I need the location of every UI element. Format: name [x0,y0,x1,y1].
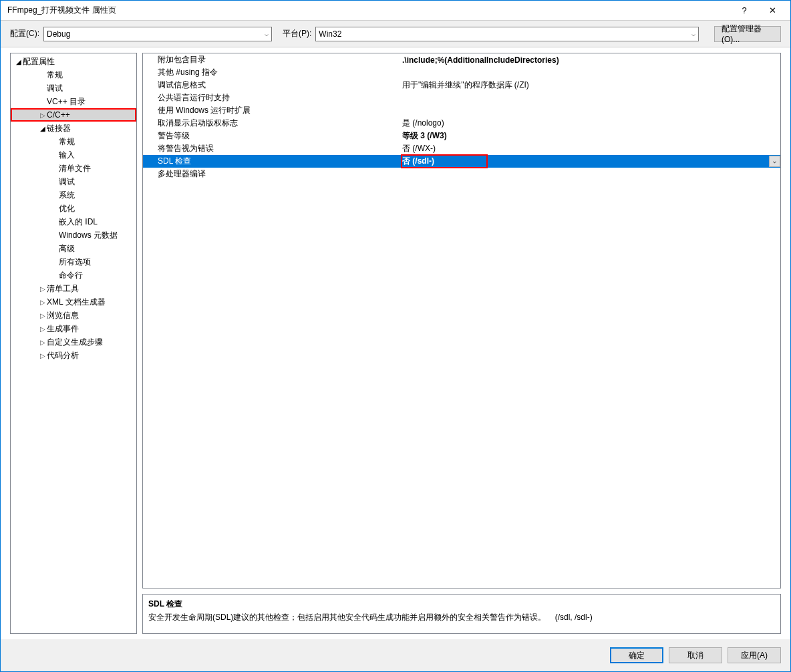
expand-icon: ▷ [39,325,47,333]
tree-item[interactable]: 命令行 [11,269,136,282]
property-name: SDL 检查 [143,156,401,167]
property-name: 使用 Windows 运行时扩展 [143,105,401,116]
property-name: 取消显示启动版权标志 [143,118,401,129]
tree-item[interactable]: 系统 [11,188,136,202]
property-row[interactable]: 公共语言运行时支持 [143,92,780,104]
close-button[interactable]: ✕ [758,1,786,20]
tree-item[interactable]: 调试 [11,175,136,188]
tree-item-label: 链接器 [47,123,71,134]
property-row[interactable]: 调试信息格式用于"编辑并继续"的程序数据库 (/ZI) [143,79,780,92]
tree-item[interactable]: 调试 [11,81,136,95]
tree-item[interactable]: ▷浏览信息 [11,309,136,322]
property-value[interactable]: .\include;%(AdditionalIncludeDirectories… [401,53,780,66]
config-label: 配置(C): [10,28,39,39]
description-title: SDL 检查 [148,599,775,610]
tree-item[interactable]: ▷清单工具 [11,282,136,295]
property-name: 调试信息格式 [143,79,401,91]
tree-item-label: 常规 [47,69,63,81]
tree-item[interactable]: Windows 元数据 [11,228,136,242]
tree-item-label: 常规 [59,136,75,148]
property-value[interactable]: 等级 3 (/W3) [401,130,780,142]
property-row[interactable]: 其他 #using 指令 [143,66,780,79]
property-value[interactable]: 是 (/nologo) [401,117,780,130]
body: ◢配置属性常规调试VC++ 目录▷C/C++◢链接器常规输入清单文件调试系统优化… [1,47,790,639]
tree-item[interactable]: ◢链接器 [11,122,136,135]
property-row[interactable]: SDL 检查否 (/sdl-)⌵ [143,155,780,168]
property-pages-window: FFmpeg_打开视频文件 属性页 ? ✕ 配置(C): Debug ⌵ 平台(… [0,0,791,672]
description-text: 安全开发生命周期(SDL)建议的其他检查；包括启用其他安全代码生成功能并启用额外… [148,612,775,623]
expand-icon: ▷ [39,112,47,119]
tree-item[interactable]: 常规 [11,135,136,148]
chevron-down-icon: ⌵ [773,158,776,164]
property-row[interactable]: 使用 Windows 运行时扩展 [143,104,780,117]
property-value[interactable] [401,66,780,79]
property-row[interactable]: 警告等级等级 3 (/W3) [143,130,780,142]
right-column: 附加包含目录.\include;%(AdditionalIncludeDirec… [142,53,781,634]
expand-icon: ◢ [39,125,47,132]
tree-item[interactable]: ▷XML 文档生成器 [11,295,136,309]
tree-item[interactable]: ▷C/C++ [11,108,136,122]
tree-item[interactable]: 嵌入的 IDL [11,215,136,228]
tree-item-label: 命令行 [59,270,83,281]
property-name: 其他 #using 指令 [143,67,401,78]
tree-item[interactable]: 高级 [11,242,136,255]
property-name: 将警告视为错误 [143,143,401,154]
tree-item[interactable]: 所有选项 [11,255,136,269]
tree-item-label: 嵌入的 IDL [59,216,98,228]
property-row[interactable]: 附加包含目录.\include;%(AdditionalIncludeDirec… [143,53,780,66]
toolbar: 配置(C): Debug ⌵ 平台(P): Win32 ⌵ 配置管理器(O)..… [1,21,790,47]
tree-item-label: 调试 [59,176,75,188]
ok-button[interactable]: 确定 [610,647,663,663]
platform-value: Win32 [319,29,341,39]
chevron-down-icon: ⌵ [265,30,269,37]
tree-item[interactable]: 输入 [11,148,136,162]
footer: 确定 取消 应用(A) [1,639,790,671]
tree-item-label: 代码分析 [47,350,79,361]
tree-item[interactable]: ▷代码分析 [11,349,136,362]
chevron-down-icon: ⌵ [691,30,695,37]
property-name: 警告等级 [143,130,401,142]
tree-item-label: 系统 [59,190,75,201]
tree-item-label: 所有选项 [59,257,91,268]
property-value[interactable] [401,168,780,180]
tree-root-label: 配置属性 [23,56,55,67]
tree-item[interactable]: 清单文件 [11,162,136,175]
tree-item-label: 输入 [59,150,75,161]
config-tree[interactable]: ◢配置属性常规调试VC++ 目录▷C/C++◢链接器常规输入清单文件调试系统优化… [10,53,137,634]
dropdown-button[interactable]: ⌵ [769,156,780,167]
tree-item[interactable]: 常规 [11,68,136,81]
property-row[interactable]: 取消显示启动版权标志是 (/nologo) [143,117,780,130]
tree-item-label: VC++ 目录 [47,96,86,108]
expand-icon: ▷ [39,339,47,346]
cancel-button[interactable]: 取消 [669,647,722,663]
apply-button[interactable]: 应用(A) [728,647,781,663]
tree-item[interactable]: ▷自定义生成步骤 [11,335,136,349]
expand-icon: ▷ [39,312,47,319]
help-button[interactable]: ? [730,1,758,20]
config-manager-button[interactable]: 配置管理器(O)... [714,26,781,42]
tree-item-label: 清单工具 [47,283,79,295]
tree-item[interactable]: VC++ 目录 [11,95,136,108]
tree-root[interactable]: ◢配置属性 [11,55,136,68]
property-row[interactable]: 多处理器编译 [143,168,780,180]
platform-label: 平台(P): [283,28,311,39]
property-value[interactable]: 否 (/sdl-)⌵ [401,155,780,168]
property-value[interactable] [401,104,780,117]
tree-item-label: C/C++ [47,110,70,120]
platform-combo[interactable]: Win32 ⌵ [315,27,699,41]
property-name: 多处理器编译 [143,168,401,180]
property-value[interactable]: 用于"编辑并继续"的程序数据库 (/ZI) [401,79,780,92]
tree-item[interactable]: ▷生成事件 [11,322,136,335]
property-value[interactable] [401,92,780,104]
property-row[interactable]: 将警告视为错误否 (/WX-) [143,142,780,155]
tree-item[interactable]: 优化 [11,202,136,215]
property-name: 附加包含目录 [143,54,401,65]
tree-item-label: 优化 [59,203,75,214]
tree-item-label: 调试 [47,83,63,94]
expand-icon: ◢ [15,58,23,65]
property-value[interactable]: 否 (/WX-) [401,142,780,155]
property-grid[interactable]: 附加包含目录.\include;%(AdditionalIncludeDirec… [142,53,781,589]
tree-item-label: 清单文件 [59,163,91,174]
window-title: FFmpeg_打开视频文件 属性页 [7,5,730,16]
config-combo[interactable]: Debug ⌵ [43,27,272,41]
